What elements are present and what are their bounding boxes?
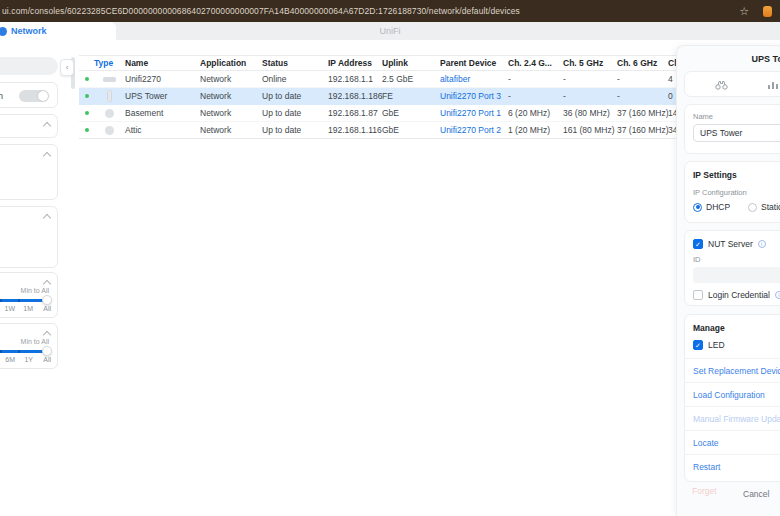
device-ip: 192.168.1.116 (328, 125, 382, 135)
parent-device-link[interactable]: Unifi2270 Port 3 (440, 91, 508, 101)
browser-address-bar[interactable]: ui.com/consoles/60223285CE6D000000000068… (0, 0, 780, 22)
device-name-input[interactable] (693, 124, 780, 142)
channel-24: 6 (20 MHz) (508, 108, 563, 118)
cancel-button[interactable]: Cancel (743, 489, 769, 499)
radio-selected-icon (693, 203, 702, 212)
slider-handle[interactable] (42, 295, 52, 305)
chevron-up-icon[interactable] (44, 121, 50, 127)
column-header[interactable]: Application (200, 58, 262, 68)
column-header[interactable]: Ch. 5 GHz (563, 58, 617, 68)
panel-title: UPS Tower (677, 54, 780, 64)
screen: ui.com/consoles/60223285CE6D000000000068… (0, 0, 780, 516)
sidebar-collapse-button[interactable]: ‹ (60, 59, 74, 76)
column-header[interactable]: Status (262, 58, 328, 68)
filter-section-c (0, 206, 58, 268)
devices-table-area: TypeNameApplicationStatusIP AddressUplin… (79, 40, 780, 516)
table-row[interactable]: UPS TowerNetworkUp to date192.168.1.186F… (79, 88, 780, 105)
parent-device-link[interactable]: Unifi2270 Port 1 (440, 108, 508, 118)
tab-network-label: Network (11, 26, 47, 36)
info-icon[interactable]: i (775, 291, 780, 299)
slider-tick-label: 1W (5, 305, 16, 312)
app-tab-bar: UniFi Network (0, 22, 780, 40)
slider-handle[interactable] (42, 346, 52, 356)
channel-5: 161 (80 MHz) (563, 125, 617, 135)
dhcp-radio[interactable]: DHCP (693, 202, 730, 212)
nut-id-input[interactable] (693, 267, 780, 283)
column-header[interactable]: Ch. 6 GHz (617, 58, 668, 68)
chevron-up-icon[interactable] (44, 213, 50, 219)
device-properties-panel: UPS Tower Name IP Settings (676, 45, 780, 516)
dhcp-label: DHCP (706, 202, 730, 212)
forget-button[interactable]: Forget (692, 486, 717, 496)
nut-server-checkbox-row[interactable]: ✓ NUT Server i (693, 239, 780, 249)
ip-settings-header: IP Settings (693, 170, 780, 180)
filter-section-a (0, 114, 58, 138)
toggle-label: ion (0, 91, 3, 101)
parent-device-link[interactable]: Unifi2270 Port 2 (440, 125, 508, 135)
device-type-icon (94, 77, 125, 82)
status-dot (79, 77, 94, 81)
login-credential-label: Login Credential (708, 290, 770, 300)
filter-toggle-card: ion (0, 82, 58, 108)
filter-toggle-switch[interactable] (19, 90, 49, 102)
filter-slider-card-2: Min to All M6M1YAll (0, 323, 58, 369)
slider-tick-label: 6M (5, 356, 15, 363)
action-load-configuration[interactable]: Load Configuration (685, 383, 780, 407)
table-row[interactable]: Unifi2270NetworkOnline192.168.1.12.5 GbE… (79, 71, 780, 88)
slider-track[interactable] (0, 350, 48, 353)
nut-server-card: ✓ NUT Server i ID Login Credential i (684, 230, 780, 306)
search-input[interactable] (0, 57, 58, 75)
device-application: Network (200, 108, 262, 118)
chevron-up-icon[interactable] (44, 279, 50, 285)
device-application: Network (200, 91, 262, 101)
static-radio[interactable]: Static (748, 202, 780, 212)
name-card: Name (684, 104, 780, 154)
action-restart[interactable]: Restart (685, 455, 780, 478)
name-field-label: Name (693, 112, 780, 121)
url-text[interactable]: ui.com/consoles/60223285CE6D000000000068… (2, 6, 739, 16)
table-row[interactable]: AtticNetworkUp to date192.168.1.116GbEUn… (79, 122, 780, 139)
channel-6: - (617, 74, 668, 84)
ip-configuration-label: IP Configuration (693, 188, 780, 197)
panel-toolbar (684, 71, 780, 97)
column-header[interactable]: Uplink (382, 58, 440, 68)
tab-network[interactable]: Network (0, 22, 116, 40)
window-title: UniFi (0, 22, 780, 40)
device-application: Network (200, 74, 262, 84)
column-header[interactable]: IP Address (328, 58, 382, 68)
device-type-icon (94, 90, 125, 102)
column-header[interactable]: Ch. 2.4 G... (508, 58, 563, 68)
table-body: Unifi2270NetworkOnline192.168.1.12.5 GbE… (79, 71, 780, 139)
column-header[interactable]: Name (125, 58, 200, 68)
info-icon[interactable]: i (758, 240, 766, 248)
device-status: Up to date (262, 125, 328, 135)
chevron-up-icon[interactable] (44, 151, 50, 157)
parent-device-link[interactable]: altafiber (440, 74, 508, 84)
channel-5: 36 (80 MHz) (563, 108, 617, 118)
column-header[interactable]: Type (94, 58, 125, 68)
login-credential-checkbox-row[interactable]: Login Credential i (693, 290, 780, 300)
manage-card: Manage ✓ LED Set Replacement DeviceLoad … (684, 314, 780, 482)
device-uplink: GbE (382, 125, 440, 135)
channel-5: - (563, 91, 617, 101)
device-name: Basement (125, 108, 200, 118)
slider-track[interactable] (0, 299, 48, 302)
column-header[interactable]: Parent Device (440, 58, 508, 68)
slider-tick-label: 1Y (24, 356, 33, 363)
chevron-up-icon[interactable] (44, 330, 50, 336)
bookmark-star-icon[interactable]: ☆ (739, 0, 749, 22)
stats-icon[interactable] (765, 77, 780, 93)
table-row[interactable]: BasementNetworkUp to date192.168.1.87GbE… (79, 105, 780, 122)
device-ip: 192.168.1.186 (328, 91, 382, 101)
action-set-replacement-device[interactable]: Set Replacement Device (685, 359, 780, 383)
action-locate[interactable]: Locate (685, 431, 780, 455)
action-manual-firmware-update: Manual Firmware Update (685, 407, 780, 431)
device-uplink: FE (382, 91, 440, 101)
profile-icon[interactable] (763, 6, 772, 17)
device-uplink: GbE (382, 108, 440, 118)
channel-24: - (508, 74, 563, 84)
device-type-icon (94, 109, 125, 118)
binoculars-icon[interactable] (713, 77, 729, 93)
led-checkbox-row[interactable]: ✓ LED (685, 340, 780, 359)
slider-range-label: Min to All (21, 287, 49, 294)
